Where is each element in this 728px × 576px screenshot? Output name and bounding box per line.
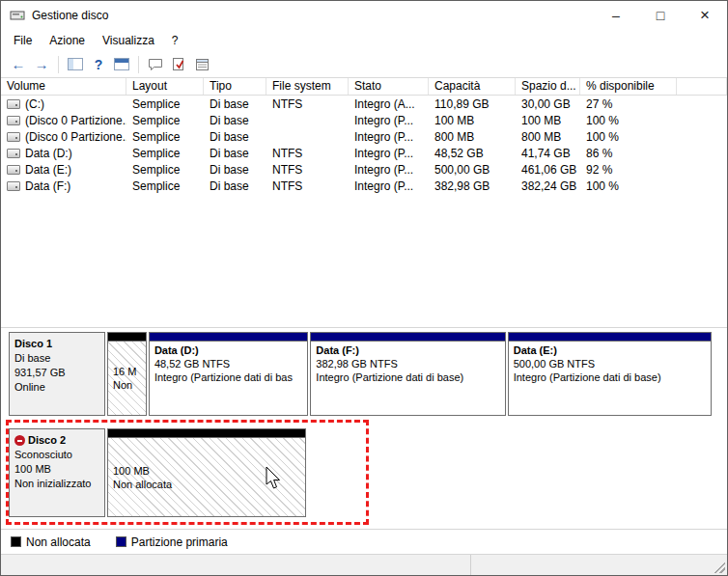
partition-title: Data (E:): [514, 343, 706, 357]
capacita-cell: 100 MB: [429, 114, 516, 127]
fs-cell: NTFS: [266, 97, 349, 111]
toolbar-separator: [58, 56, 59, 73]
column-header-spazio[interactable]: Spazio d...: [516, 78, 580, 95]
partition-status: Non: [113, 378, 141, 392]
volume-list: Volume Layout Tipo File system Stato Cap…: [1, 78, 727, 328]
check-disk-button[interactable]: [167, 54, 190, 75]
partition-unallocated-16mb[interactable]: 16 M Non: [107, 332, 147, 416]
close-button[interactable]: ×: [683, 1, 727, 30]
volume-row-c[interactable]: (C:) Semplice Di base NTFS Integro (A...…: [1, 96, 727, 112]
menu-file[interactable]: File: [5, 31, 41, 50]
column-header-layout[interactable]: Layout: [126, 78, 204, 95]
back-icon: ←: [12, 57, 26, 71]
disk-2-label-panel[interactable]: Disco 2 Sconosciuto 100 MB Non inizializ…: [9, 428, 105, 517]
fs-cell: NTFS: [266, 163, 349, 177]
speech-bubble-icon: [148, 58, 163, 71]
disk-type: Di base: [14, 351, 99, 366]
partition-status: Non allocata: [113, 478, 300, 491]
partition-title: Data (D:): [154, 343, 302, 357]
maximize-button[interactable]: □: [638, 1, 683, 30]
resize-grip[interactable]: [713, 561, 725, 573]
menu-azione[interactable]: Azione: [41, 31, 94, 50]
legend-primary-partition: Partizione primaria: [116, 535, 228, 549]
column-header-filler: [677, 78, 727, 95]
drive-icon: [7, 116, 20, 125]
spazio-cell: 382,24 GB: [516, 179, 580, 193]
volume-row-disco0-part2[interactable]: (Disco 0 Partizione... Semplice Di base …: [1, 128, 727, 145]
capacita-cell: 500,00 GB: [429, 163, 516, 177]
column-header-stato[interactable]: Stato: [349, 78, 429, 95]
console-tree-button[interactable]: [64, 54, 87, 75]
capacita-cell: 382,98 GB: [429, 179, 516, 193]
volume-cell: (C:): [1, 97, 126, 111]
menu-help[interactable]: ?: [163, 31, 187, 50]
disk-error-icon: [14, 435, 25, 446]
column-header-volume[interactable]: Volume: [1, 78, 126, 95]
column-header-capacita[interactable]: Capacità: [429, 78, 516, 95]
disk-status: Non inizializzato: [14, 477, 99, 491]
layout-cell: Semplice: [126, 97, 204, 111]
pct-cell: 100 %: [580, 179, 677, 193]
capacita-cell: 800 MB: [429, 130, 516, 144]
layout-cell: Semplice: [126, 130, 204, 144]
show-actions-button[interactable]: [144, 54, 167, 75]
partition-color-bar: [311, 333, 504, 342]
disk-row-1: Disco 1 Di base 931,57 GB Online 16 M No…: [9, 332, 712, 416]
details-pane-button[interactable]: [110, 54, 133, 75]
console-tree-icon: [68, 58, 83, 70]
title-bar: Gestione disco – □ ×: [1, 1, 727, 30]
partition-data-f[interactable]: Data (F:) 382,98 GB NTFS Integro (Partiz…: [310, 332, 505, 416]
status-bar: [1, 554, 727, 575]
column-header-tipo[interactable]: Tipo: [204, 78, 266, 95]
partition-status: Integro (Partizione dati di bas: [154, 370, 302, 384]
volume-cell: Data (E:): [1, 163, 126, 177]
properties-pane-icon: [195, 58, 210, 71]
tipo-cell: Di base: [204, 130, 266, 144]
stato-cell: Integro (P...: [349, 163, 429, 177]
help-button[interactable]: ?: [87, 54, 110, 75]
stato-cell: Integro (P...: [349, 114, 429, 127]
check-report-icon: [172, 57, 186, 71]
minimize-button[interactable]: –: [594, 1, 638, 30]
legend-label: Partizione primaria: [131, 535, 228, 549]
tipo-cell: Di base: [204, 147, 266, 160]
disk-1-label-panel[interactable]: Disco 1 Di base 931,57 GB Online: [9, 332, 105, 416]
partition-color-bar: [509, 333, 711, 342]
pct-cell: 27 %: [580, 97, 677, 111]
partition-unallocated-100mb[interactable]: 100 MB Non allocata: [107, 428, 306, 517]
spazio-cell: 461,06 GB: [516, 163, 580, 177]
properties-pane-button[interactable]: [190, 54, 213, 75]
drive-icon: [7, 165, 20, 175]
legend-color-unallocated: [11, 536, 21, 547]
disk-management-window: Gestione disco – □ × File Azione Visuali…: [0, 0, 728, 576]
partition-data-d[interactable]: Data (D:) 48,52 GB NTFS Integro (Partizi…: [149, 332, 308, 416]
layout-cell: Semplice: [126, 147, 204, 160]
partition-size: 100 MB: [113, 464, 300, 478]
forward-button[interactable]: →: [30, 54, 53, 75]
stato-cell: Integro (A...: [349, 97, 429, 111]
partition-status: Integro (Partizione dati di base): [316, 370, 499, 384]
volume-row-data-f[interactable]: Data (F:) Semplice Di base NTFS Integro …: [1, 178, 727, 194]
volume-row-disco0-part1[interactable]: (Disco 0 Partizione... Semplice Di base …: [1, 112, 727, 128]
back-button[interactable]: ←: [7, 54, 30, 75]
layout-cell: Semplice: [126, 179, 204, 193]
drive-icon: [7, 132, 20, 142]
column-header-disponibile[interactable]: % disponibile: [580, 78, 677, 95]
partition-data-e[interactable]: Data (E:) 500,00 GB NTFS Integro (Partiz…: [508, 332, 712, 416]
disk-status: Online: [14, 380, 99, 395]
disk-type: Sconosciuto: [14, 448, 99, 462]
stato-cell: Integro (P...: [349, 147, 429, 160]
app-icon: [10, 9, 25, 22]
tipo-cell: Di base: [204, 179, 266, 193]
pct-cell: 92 %: [580, 163, 677, 177]
details-pane-icon: [114, 58, 129, 70]
volume-row-data-d[interactable]: Data (D:) Semplice Di base NTFS Integro …: [1, 145, 727, 161]
legend-color-primary: [116, 536, 126, 547]
graphical-disk-view: Disco 1 Di base 931,57 GB Online 16 M No…: [1, 328, 727, 529]
volume-cell: (Disco 0 Partizione...: [1, 114, 126, 127]
layout-cell: Semplice: [126, 114, 204, 127]
menu-visualizza[interactable]: Visualizza: [94, 31, 163, 50]
spazio-cell: 41,74 GB: [516, 147, 580, 160]
volume-row-data-e[interactable]: Data (E:) Semplice Di base NTFS Integro …: [1, 161, 727, 178]
column-header-filesystem[interactable]: File system: [266, 78, 349, 95]
